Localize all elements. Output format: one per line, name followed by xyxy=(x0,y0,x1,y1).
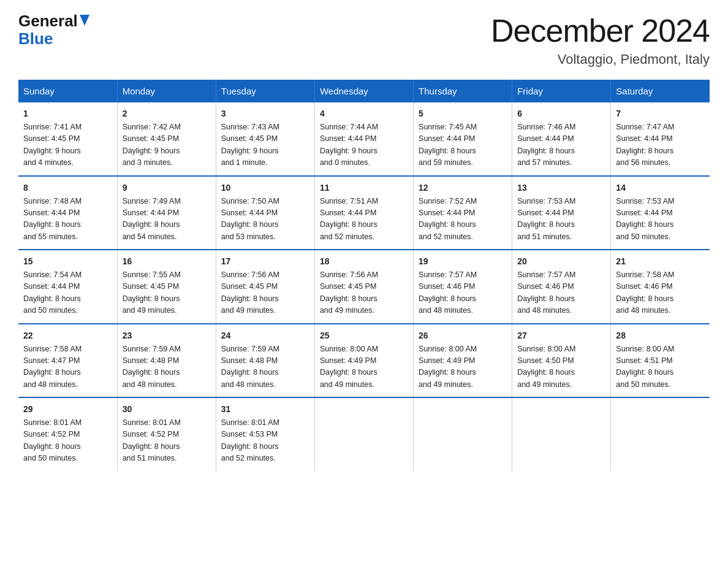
day-number: 25 xyxy=(320,329,408,342)
day-info: Sunrise: 7:54 AM Sunset: 4:44 PM Dayligh… xyxy=(23,269,112,317)
day-info: Sunrise: 8:01 AM Sunset: 4:53 PM Dayligh… xyxy=(221,417,309,465)
day-number: 20 xyxy=(517,255,605,268)
day-info: Sunrise: 7:58 AM Sunset: 4:47 PM Dayligh… xyxy=(23,343,112,391)
day-info: Sunrise: 7:47 AM Sunset: 4:44 PM Dayligh… xyxy=(616,121,705,169)
day-info: Sunrise: 7:48 AM Sunset: 4:44 PM Dayligh… xyxy=(23,196,112,243)
calendar-day-cell: 22Sunrise: 7:58 AM Sunset: 4:47 PM Dayli… xyxy=(18,324,117,398)
calendar-week-row: 15Sunrise: 7:54 AM Sunset: 4:44 PM Dayli… xyxy=(18,250,710,324)
calendar-day-cell: 14Sunrise: 7:53 AM Sunset: 4:44 PM Dayli… xyxy=(611,176,710,250)
day-number: 12 xyxy=(419,182,507,194)
calendar-day-cell: 27Sunrise: 8:00 AM Sunset: 4:50 PM Dayli… xyxy=(512,324,611,398)
calendar-week-row: 22Sunrise: 7:58 AM Sunset: 4:47 PM Dayli… xyxy=(18,324,710,398)
day-number: 1 xyxy=(23,107,112,120)
calendar-day-cell: 23Sunrise: 7:59 AM Sunset: 4:48 PM Dayli… xyxy=(117,324,216,398)
logo-triangle-icon xyxy=(80,14,89,29)
day-number: 23 xyxy=(123,329,211,342)
calendar-day-cell xyxy=(512,397,611,471)
day-number: 19 xyxy=(419,255,507,268)
day-number: 21 xyxy=(616,255,705,268)
day-number: 11 xyxy=(320,182,408,194)
calendar-day-cell: 8Sunrise: 7:48 AM Sunset: 4:44 PM Daylig… xyxy=(18,176,117,250)
day-number: 6 xyxy=(517,107,605,120)
col-header-monday: Monday xyxy=(117,80,216,102)
calendar-day-cell: 18Sunrise: 7:56 AM Sunset: 4:45 PM Dayli… xyxy=(314,250,413,324)
calendar-day-cell: 30Sunrise: 8:01 AM Sunset: 4:52 PM Dayli… xyxy=(117,397,216,471)
day-info: Sunrise: 7:45 AM Sunset: 4:44 PM Dayligh… xyxy=(419,121,507,169)
calendar-day-cell: 4Sunrise: 7:44 AM Sunset: 4:44 PM Daylig… xyxy=(314,102,413,176)
day-number: 31 xyxy=(221,403,309,416)
svg-marker-0 xyxy=(80,15,89,26)
day-number: 2 xyxy=(123,107,211,120)
calendar-day-cell: 25Sunrise: 8:00 AM Sunset: 4:49 PM Dayli… xyxy=(314,324,413,398)
day-number: 29 xyxy=(23,403,112,416)
day-info: Sunrise: 7:52 AM Sunset: 4:44 PM Dayligh… xyxy=(419,196,507,243)
day-number: 27 xyxy=(517,329,605,342)
day-number: 24 xyxy=(221,329,309,342)
calendar-day-cell: 3Sunrise: 7:43 AM Sunset: 4:45 PM Daylig… xyxy=(216,102,314,176)
calendar-day-cell: 7Sunrise: 7:47 AM Sunset: 4:44 PM Daylig… xyxy=(611,102,710,176)
logo: General Blue xyxy=(18,12,89,47)
day-info: Sunrise: 7:57 AM Sunset: 4:46 PM Dayligh… xyxy=(419,269,507,317)
day-number: 10 xyxy=(221,182,309,194)
day-info: Sunrise: 7:59 AM Sunset: 4:48 PM Dayligh… xyxy=(221,343,309,391)
calendar-day-cell: 5Sunrise: 7:45 AM Sunset: 4:44 PM Daylig… xyxy=(414,102,512,176)
day-info: Sunrise: 7:53 AM Sunset: 4:44 PM Dayligh… xyxy=(517,196,605,243)
calendar-day-cell: 1Sunrise: 7:41 AM Sunset: 4:45 PM Daylig… xyxy=(18,102,117,176)
col-header-saturday: Saturday xyxy=(611,80,710,102)
col-header-friday: Friday xyxy=(512,80,611,102)
calendar-day-cell xyxy=(414,397,512,471)
day-number: 30 xyxy=(123,403,211,416)
calendar-day-cell: 2Sunrise: 7:42 AM Sunset: 4:45 PM Daylig… xyxy=(117,102,216,176)
day-number: 26 xyxy=(419,329,507,342)
calendar-day-cell: 16Sunrise: 7:55 AM Sunset: 4:45 PM Dayli… xyxy=(117,250,216,324)
day-info: Sunrise: 7:51 AM Sunset: 4:44 PM Dayligh… xyxy=(320,196,408,243)
day-number: 8 xyxy=(23,182,112,194)
day-info: Sunrise: 7:59 AM Sunset: 4:48 PM Dayligh… xyxy=(123,343,211,391)
calendar-week-row: 29Sunrise: 8:01 AM Sunset: 4:52 PM Dayli… xyxy=(18,397,710,471)
calendar-day-cell: 29Sunrise: 8:01 AM Sunset: 4:52 PM Dayli… xyxy=(18,397,117,471)
logo-general-text: General xyxy=(18,12,78,30)
day-info: Sunrise: 7:44 AM Sunset: 4:44 PM Dayligh… xyxy=(320,121,408,169)
location-title: Voltaggio, Piedmont, Italy xyxy=(491,52,710,67)
day-info: Sunrise: 8:00 AM Sunset: 4:50 PM Dayligh… xyxy=(517,343,605,391)
month-title: December 2024 xyxy=(491,12,710,49)
day-info: Sunrise: 8:00 AM Sunset: 4:49 PM Dayligh… xyxy=(320,343,408,391)
day-number: 5 xyxy=(419,107,507,120)
col-header-sunday: Sunday xyxy=(18,80,117,102)
day-number: 28 xyxy=(616,329,705,342)
day-number: 14 xyxy=(616,182,705,194)
calendar-day-cell: 11Sunrise: 7:51 AM Sunset: 4:44 PM Dayli… xyxy=(314,176,413,250)
day-info: Sunrise: 7:50 AM Sunset: 4:44 PM Dayligh… xyxy=(221,196,309,243)
calendar-day-cell xyxy=(314,397,413,471)
day-number: 22 xyxy=(23,329,112,342)
calendar-day-cell: 15Sunrise: 7:54 AM Sunset: 4:44 PM Dayli… xyxy=(18,250,117,324)
day-info: Sunrise: 7:56 AM Sunset: 4:45 PM Dayligh… xyxy=(221,269,309,317)
day-info: Sunrise: 7:53 AM Sunset: 4:44 PM Dayligh… xyxy=(616,196,705,243)
day-number: 18 xyxy=(320,255,408,268)
day-info: Sunrise: 8:01 AM Sunset: 4:52 PM Dayligh… xyxy=(23,417,112,465)
day-number: 17 xyxy=(221,255,309,268)
day-number: 4 xyxy=(320,107,408,120)
calendar-day-cell: 26Sunrise: 8:00 AM Sunset: 4:49 PM Dayli… xyxy=(414,324,512,398)
day-number: 9 xyxy=(123,182,211,194)
calendar-table: SundayMondayTuesdayWednesdayThursdayFrid… xyxy=(18,80,710,471)
calendar-day-cell: 21Sunrise: 7:58 AM Sunset: 4:46 PM Dayli… xyxy=(611,250,710,324)
calendar-week-row: 1Sunrise: 7:41 AM Sunset: 4:45 PM Daylig… xyxy=(18,102,710,176)
day-info: Sunrise: 8:00 AM Sunset: 4:49 PM Dayligh… xyxy=(419,343,507,391)
calendar-day-cell: 10Sunrise: 7:50 AM Sunset: 4:44 PM Dayli… xyxy=(216,176,314,250)
day-info: Sunrise: 7:55 AM Sunset: 4:45 PM Dayligh… xyxy=(123,269,211,317)
calendar-day-cell: 9Sunrise: 7:49 AM Sunset: 4:44 PM Daylig… xyxy=(117,176,216,250)
day-info: Sunrise: 7:41 AM Sunset: 4:45 PM Dayligh… xyxy=(23,121,112,169)
day-number: 16 xyxy=(123,255,211,268)
calendar-day-cell: 20Sunrise: 7:57 AM Sunset: 4:46 PM Dayli… xyxy=(512,250,611,324)
col-header-wednesday: Wednesday xyxy=(314,80,413,102)
col-header-tuesday: Tuesday xyxy=(216,80,314,102)
day-info: Sunrise: 7:56 AM Sunset: 4:45 PM Dayligh… xyxy=(320,269,408,317)
calendar-header-row: SundayMondayTuesdayWednesdayThursdayFrid… xyxy=(18,80,710,102)
day-info: Sunrise: 7:46 AM Sunset: 4:44 PM Dayligh… xyxy=(517,121,605,169)
calendar-day-cell: 13Sunrise: 7:53 AM Sunset: 4:44 PM Dayli… xyxy=(512,176,611,250)
title-block: December 2024 Voltaggio, Piedmont, Italy xyxy=(491,12,710,67)
day-info: Sunrise: 7:43 AM Sunset: 4:45 PM Dayligh… xyxy=(221,121,309,169)
calendar-week-row: 8Sunrise: 7:48 AM Sunset: 4:44 PM Daylig… xyxy=(18,176,710,250)
calendar-day-cell xyxy=(611,397,710,471)
